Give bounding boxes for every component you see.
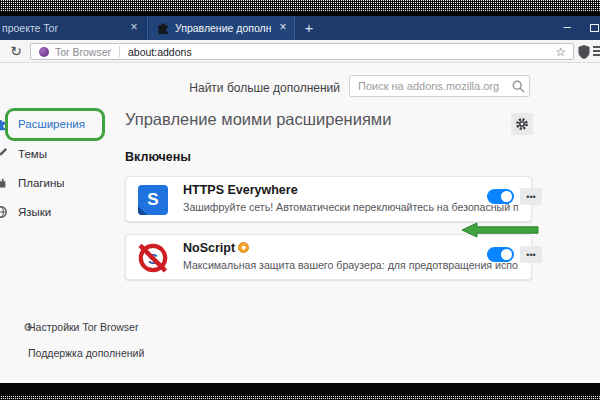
more-options-icon[interactable]: ••• — [520, 188, 542, 205]
enable-toggle[interactable] — [487, 189, 514, 204]
reload-icon[interactable]: ↻ — [7, 42, 25, 60]
plugin-icon — [0, 176, 8, 190]
annotation-arrow — [460, 221, 540, 239]
close-tab-icon[interactable]: × — [275, 20, 291, 36]
extension-description: Максимальная защита вашего браузера: для… — [183, 259, 518, 271]
shield-icon[interactable] — [578, 45, 590, 59]
tab-bar: проекте Tor × Управление дополнениями × … — [0, 16, 600, 40]
tab-addons-manager[interactable]: Управление дополнениями × — [149, 16, 295, 40]
new-tab-button[interactable]: + — [300, 19, 318, 37]
urlbar-divider — [119, 46, 120, 57]
desktop-background-top — [0, 0, 600, 12]
tab-title: Управление дополнениями — [175, 22, 271, 34]
toggle-knob — [501, 191, 512, 202]
url-bar[interactable]: Tor Browser about:addons ☆ — [30, 43, 574, 60]
noscript-icon: S — [138, 243, 168, 273]
sidebar-item-tor-settings[interactable]: ⚙ Настройки Tor Browser — [28, 321, 138, 333]
find-more-addons-label: Найти больше дополнений — [0, 81, 340, 95]
extension-card-noscript[interactable]: S NoScript Максимальная защита вашего бр… — [125, 234, 532, 280]
recommended-badge-icon — [238, 242, 249, 253]
search-icon — [512, 80, 525, 93]
navigation-toolbar: ↻ Tor Browser about:addons ☆ — [0, 40, 600, 63]
extension-card-https-everywhere[interactable]: S HTTPS Everywhere Зашифруйте сеть! Авто… — [125, 176, 532, 222]
window-bottom-border — [0, 383, 600, 396]
menu-hamburger-icon[interactable] — [593, 46, 600, 48]
addons-puzzle-icon — [156, 20, 171, 35]
close-tab-icon[interactable]: × — [126, 20, 142, 36]
tor-onion-icon[interactable] — [39, 47, 49, 57]
extension-name[interactable]: NoScript — [183, 241, 235, 255]
url-text[interactable]: about:addons — [128, 46, 192, 58]
enable-toggle[interactable] — [487, 247, 514, 262]
gear-icon — [515, 117, 529, 131]
bookmark-star-icon[interactable]: ☆ — [555, 45, 566, 59]
addons-page: Найти больше дополнений Расширения Темы … — [0, 63, 600, 383]
extension-description: Зашифруйте сеть! Автоматически переключа… — [183, 201, 518, 213]
tools-for-all-addons-button[interactable] — [511, 113, 533, 135]
browser-window: проекте Tor × Управление дополнениями × … — [0, 0, 600, 400]
desktop-background-bottom — [0, 396, 600, 400]
addons-search-input[interactable] — [349, 75, 530, 97]
more-options-icon[interactable]: ••• — [520, 246, 542, 263]
tor-browser-label: Tor Browser — [55, 46, 111, 58]
page-title: Управление моими расширениями — [125, 110, 391, 129]
paintbrush-icon — [0, 147, 8, 161]
enabled-section-header: Включены — [125, 150, 191, 164]
tab-title: проекте Tor — [2, 22, 58, 34]
maximize-icon[interactable] — [590, 24, 599, 32]
globe-icon — [0, 205, 8, 219]
sidebar-item-plugins[interactable]: Плагины — [0, 175, 112, 195]
tab-tor-project[interactable]: проекте Tor × — [0, 16, 148, 40]
https-everywhere-icon: S — [138, 185, 168, 215]
sidebar-item-languages[interactable]: Языки — [0, 204, 112, 224]
toggle-knob — [501, 249, 512, 260]
minimize-button[interactable]: – — [556, 18, 578, 38]
gear-icon: ⚙ — [23, 321, 35, 333]
sidebar-item-themes[interactable]: Темы — [0, 146, 112, 166]
extension-name[interactable]: HTTPS Everywhere — [183, 183, 298, 197]
sidebar-item-addon-support[interactable]: Поддержка дополнений — [28, 347, 144, 359]
annotation-highlight-box — [5, 108, 105, 141]
